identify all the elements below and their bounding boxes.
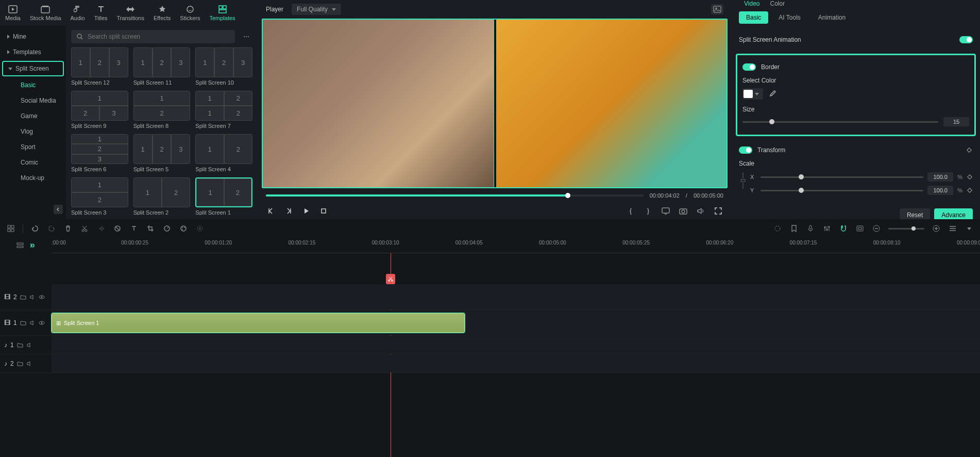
sidebar-sub-mockup[interactable]: Mock-up (0, 170, 66, 186)
template-thumb[interactable]: 1212 (195, 91, 252, 121)
track-body[interactable]: ⊞ Split Screen 1 (52, 310, 980, 335)
volume-button[interactable] (696, 206, 706, 216)
subtab-basic[interactable]: Basic (739, 11, 768, 24)
template-item[interactable]: 123Split Screen 5 (133, 134, 191, 172)
zoom-handle[interactable] (911, 226, 916, 231)
mixer-icon[interactable] (822, 224, 832, 233)
template-item[interactable]: 12Split Screen 3 (71, 177, 128, 215)
template-item[interactable]: 123Split Screen 6 (71, 134, 128, 172)
track-body[interactable] (52, 336, 980, 354)
visibility-icon[interactable] (39, 294, 45, 300)
template-thumb[interactable]: 12 (133, 91, 191, 121)
stop-button[interactable] (318, 206, 329, 216)
tab-effects[interactable]: Effects (154, 5, 171, 21)
mark-out-button[interactable]: } (643, 206, 653, 216)
ruler[interactable]: :00:0000:00:00:2500:00:01:2000:00:02:150… (52, 238, 980, 253)
track-body[interactable] (52, 284, 980, 309)
template-item[interactable]: 123Split Screen 12 (71, 47, 128, 86)
tab-audio[interactable]: Audio (71, 5, 85, 21)
sidebar-sub-game[interactable]: Game (0, 108, 66, 124)
snap-icon[interactable] (855, 224, 865, 233)
track-body[interactable] (52, 354, 980, 372)
link-tracks-icon[interactable] (28, 242, 35, 249)
scale-y-value[interactable]: 100.0 (927, 186, 953, 195)
template-thumb[interactable]: 123 (133, 134, 191, 164)
template-item[interactable]: 12Split Screen 2 (133, 177, 191, 215)
template-thumb[interactable]: 12 (195, 177, 252, 207)
sidebar-sub-vlog[interactable]: Vlog (0, 124, 66, 139)
sidebar-sub-basic[interactable]: Basic (0, 77, 66, 93)
keyframe-icon[interactable] (966, 146, 973, 154)
slider-handle[interactable] (799, 188, 804, 193)
undo-icon[interactable] (30, 224, 40, 233)
tab-stock-media[interactable]: Stock Media (30, 5, 61, 21)
magnetic-icon[interactable] (839, 224, 848, 233)
template-thumb[interactable]: 12 (133, 177, 191, 207)
template-item[interactable]: 12Split Screen 8 (133, 91, 191, 129)
options-icon[interactable] (965, 224, 974, 233)
split-anim-toggle[interactable] (959, 36, 973, 43)
search-box[interactable] (71, 30, 235, 43)
record-icon[interactable] (195, 224, 205, 233)
keyframe-icon[interactable] (967, 187, 973, 193)
prev-frame-button[interactable] (266, 206, 276, 216)
tab-titles[interactable]: Titles (94, 5, 108, 21)
mute-icon[interactable] (26, 342, 32, 348)
size-slider[interactable] (742, 121, 938, 123)
folder-icon[interactable] (17, 342, 23, 348)
quality-select[interactable]: Full Quality (292, 4, 341, 15)
subtab-animation[interactable]: Animation (811, 11, 853, 24)
sidebar-item-templates[interactable]: Templates (0, 44, 66, 60)
transform-toggle[interactable] (739, 146, 752, 154)
voiceover-icon[interactable] (806, 224, 815, 233)
template-thumb[interactable]: 123 (71, 47, 128, 77)
speed-icon[interactable] (162, 224, 172, 233)
audio-edit-icon[interactable] (96, 224, 106, 233)
scale-x-value[interactable]: 100.0 (927, 172, 953, 182)
zoom-in-icon[interactable] (932, 224, 941, 233)
border-toggle[interactable] (742, 63, 756, 71)
template-thumb[interactable]: 12 (71, 177, 128, 207)
folder-icon[interactable] (20, 320, 26, 326)
seek-bar[interactable] (266, 194, 644, 197)
visibility-icon[interactable] (39, 320, 45, 326)
color-picker[interactable] (742, 88, 763, 100)
search-input[interactable] (88, 33, 230, 40)
mark-in-button[interactable]: { (626, 206, 636, 216)
template-thumb[interactable]: 123 (133, 47, 191, 77)
next-frame-button[interactable] (283, 206, 294, 216)
tab-stickers[interactable]: Stickers (180, 5, 200, 21)
mute-icon[interactable] (29, 320, 36, 326)
snapshot-button[interactable] (711, 4, 723, 14)
render-icon[interactable] (773, 224, 782, 233)
eyedropper-icon[interactable] (768, 90, 776, 98)
color-tool-icon[interactable] (179, 224, 188, 233)
sidebar-sub-comic[interactable]: Comic (0, 155, 66, 170)
template-item[interactable]: 123Split Screen 10 (195, 47, 252, 86)
collapse-sidebar-button[interactable] (54, 205, 63, 214)
tab-media[interactable]: Media (5, 5, 21, 21)
redo-icon[interactable] (47, 224, 56, 233)
zoom-slider[interactable] (888, 228, 924, 230)
seek-handle[interactable] (565, 193, 570, 198)
player-tab[interactable]: Player (266, 6, 283, 13)
cut-icon[interactable] (80, 224, 89, 233)
mute-icon[interactable] (26, 361, 32, 367)
tab-color[interactable]: Color (770, 0, 785, 7)
playhead-scissors-icon[interactable] (386, 274, 395, 284)
sidebar-sub-social-media[interactable]: Social Media (0, 93, 66, 108)
template-thumb[interactable]: 123 (71, 134, 128, 164)
folder-icon[interactable] (20, 294, 26, 300)
timeline-clip[interactable]: ⊞ Split Screen 1 (52, 313, 465, 333)
sidebar-item-mine[interactable]: Mine (0, 29, 66, 44)
player-viewer[interactable] (262, 19, 728, 188)
fit-icon[interactable] (948, 224, 957, 233)
mute-icon[interactable] (29, 294, 36, 300)
template-item[interactable]: 1212Split Screen 7 (195, 91, 252, 129)
disable-icon[interactable] (113, 224, 122, 233)
sidebar-sub-sport[interactable]: Sport (0, 139, 66, 155)
link-icon[interactable] (739, 170, 747, 191)
scale-y-slider[interactable] (761, 190, 923, 191)
folder-icon[interactable] (17, 361, 23, 367)
camera-button[interactable] (678, 206, 688, 216)
